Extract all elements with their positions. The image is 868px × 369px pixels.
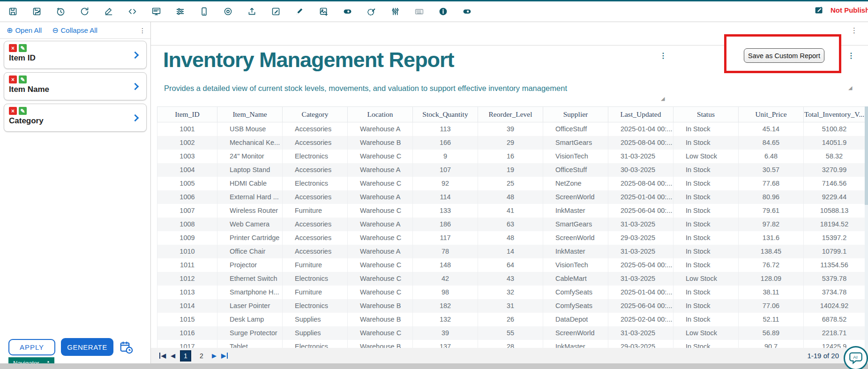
first-page-button[interactable]: ◀ xyxy=(159,353,166,359)
table-row[interactable]: 1013Smartphone H...FurnitureWarehouse C9… xyxy=(157,286,865,299)
table-row[interactable]: 1012Ethernet SwitchElectronicsWarehouse … xyxy=(157,272,865,286)
open-all-button[interactable]: ⊕ Open All xyxy=(7,26,42,35)
table-cell: 148 xyxy=(413,258,478,272)
horizontal-scrollbar[interactable] xyxy=(0,363,868,369)
page-button-2[interactable]: 2 xyxy=(196,350,207,361)
code-icon[interactable] xyxy=(127,7,137,17)
table-cell: Mechanical Ke... xyxy=(217,136,283,150)
field-card-item-id[interactable]: × ✎ Item ID xyxy=(4,41,147,69)
table-row[interactable]: 1015Desk LampSuppliesWarehouse B13226Dat… xyxy=(157,313,865,326)
chart-edit-icon[interactable] xyxy=(366,7,376,17)
table-vertical-scrollbar[interactable] xyxy=(865,106,868,348)
toggle-2-icon[interactable] xyxy=(462,7,472,17)
table-row[interactable]: 1009Printer CartridgeAccessoriesWarehous… xyxy=(157,231,865,245)
delete-field-icon[interactable]: × xyxy=(9,44,17,52)
table-row[interactable]: 1006External Hard ...AccessoriesWarehous… xyxy=(157,190,865,204)
table-cell: Warehouse A xyxy=(348,218,413,231)
generate-button[interactable]: GENERATE xyxy=(61,338,113,356)
table-row[interactable]: 1002Mechanical Ke...AccessoriesWarehouse… xyxy=(157,136,865,150)
dashboard-icon[interactable] xyxy=(151,7,161,17)
delete-field-icon[interactable]: × xyxy=(9,107,17,115)
column-header[interactable]: Category xyxy=(283,107,348,122)
table-cell: 80.96 xyxy=(739,190,804,204)
column-header[interactable]: Last_Updated xyxy=(608,107,673,122)
field-card-category[interactable]: × ✎ Category xyxy=(4,104,147,132)
column-header[interactable]: Item_ID xyxy=(157,107,217,122)
table-cell: Accessories xyxy=(283,190,348,204)
column-header[interactable]: Status xyxy=(673,107,739,122)
previous-page-button[interactable]: ◀ xyxy=(171,353,175,359)
table-cell: In Stock xyxy=(673,204,739,218)
column-header[interactable]: Supplier xyxy=(543,107,608,122)
table-row[interactable]: 1004Laptop StandAccessoriesWarehouse A10… xyxy=(157,163,865,177)
table-cell: 43 xyxy=(478,272,543,286)
column-header[interactable]: Stock_Quantity xyxy=(413,107,478,122)
title-kebab-icon[interactable]: ⋮ xyxy=(659,51,667,60)
table-cell: 1010 xyxy=(157,245,217,258)
target-icon[interactable] xyxy=(223,7,233,17)
keyboard-icon[interactable] xyxy=(414,7,424,17)
mobile-icon[interactable] xyxy=(199,7,209,17)
refresh-icon[interactable] xyxy=(79,7,90,17)
table-row[interactable]: 1001USB MouseAccessoriesWarehouse A11339… xyxy=(157,122,865,136)
collapse-all-button[interactable]: ⊖ Collapse All xyxy=(52,26,97,35)
sidebar-actions: APPLY GENERATE xyxy=(8,338,133,356)
delete-field-icon[interactable]: × xyxy=(9,75,17,83)
edit-icon[interactable] xyxy=(103,7,113,17)
table-cell: Warehouse A xyxy=(348,245,413,258)
column-header[interactable]: Reorder_Level xyxy=(478,107,543,122)
edit-field-icon[interactable]: ✎ xyxy=(19,75,27,83)
table-row[interactable]: 1007Wireless RouterFurnitureWarehouse C1… xyxy=(157,204,865,218)
table-cell: 55 xyxy=(478,326,543,340)
save-icon[interactable] xyxy=(7,7,18,17)
sidebar-kebab-icon[interactable]: ⋮ xyxy=(139,27,146,34)
column-header[interactable]: Unit_Price xyxy=(739,107,804,122)
field-card-item-name[interactable]: × ✎ Item Name xyxy=(4,72,147,100)
filters-icon[interactable] xyxy=(390,7,400,17)
table-row[interactable]: 1011ProjectorFurnitureWarehouse C14864Vi… xyxy=(157,258,865,272)
add-image-icon[interactable] xyxy=(318,7,329,17)
subtitle-resize-handle[interactable]: ◢ xyxy=(661,96,665,102)
scrollbar-thumb[interactable] xyxy=(865,106,868,205)
table-row[interactable]: 1010Office ChairAccessoriesWarehouse A78… xyxy=(157,245,865,258)
table-row[interactable]: 1005HDMI CableElectronicsWarehouse C9225… xyxy=(157,177,865,190)
page-button-1[interactable]: 1 xyxy=(180,350,191,361)
report-subtitle: Provides a detailed view of current stoc… xyxy=(164,84,567,93)
settings-sliders-icon[interactable] xyxy=(175,7,185,17)
save-as-custom-report-button[interactable]: Save as Custom Report xyxy=(744,48,824,63)
table-cell: 3734.78 xyxy=(804,286,865,299)
edit-field-icon[interactable]: ✎ xyxy=(19,44,27,52)
app-window: Not Published ⊕ Open All ⊖ Collapse All … xyxy=(0,0,868,369)
last-page-button[interactable]: ▶ xyxy=(221,353,228,359)
table-cell: 77.68 xyxy=(739,177,804,190)
ai-assistant-button[interactable]: AI xyxy=(844,346,868,369)
table-cell: 38.11 xyxy=(739,286,804,299)
export-icon[interactable] xyxy=(247,7,257,17)
table-row[interactable]: 1014Laser PointerElectronicsWarehouse B1… xyxy=(157,299,865,313)
next-page-button[interactable]: ▶ xyxy=(212,353,217,359)
table-row[interactable]: 1008Web CameraAccessoriesWarehouse A1866… xyxy=(157,218,865,231)
column-header[interactable]: Location xyxy=(348,107,413,122)
panel-resize-handle[interactable]: ◢ xyxy=(848,85,852,91)
strip-kebab-icon[interactable]: ⋮ xyxy=(851,26,858,35)
save-as-icon[interactable] xyxy=(31,7,42,17)
column-header[interactable]: Total_Inventory_V... xyxy=(804,107,865,122)
table-cell: In Stock xyxy=(673,286,739,299)
table-row[interactable]: 1016Surge ProtectorSuppliesWarehouse C39… xyxy=(157,326,865,340)
info-icon[interactable] xyxy=(438,7,448,17)
toggle-icon[interactable] xyxy=(342,7,352,17)
history-icon[interactable] xyxy=(55,7,66,17)
table-cell: Electronics xyxy=(283,150,348,163)
edit-box-icon[interactable] xyxy=(270,7,281,17)
table-cell: 132 xyxy=(413,313,478,326)
save-area-kebab-icon[interactable]: ⋮ xyxy=(847,51,855,60)
publish-icon[interactable] xyxy=(814,5,824,15)
schedule-calendar-icon[interactable] xyxy=(119,340,133,354)
apply-button[interactable]: APPLY xyxy=(8,339,55,355)
table-row[interactable]: 100324" MonitorElectronicsWarehouse C916… xyxy=(157,150,865,163)
pen-icon[interactable] xyxy=(294,7,305,17)
table-cell: Warehouse A xyxy=(348,122,413,136)
table-cell: Electronics xyxy=(283,299,348,313)
edit-field-icon[interactable]: ✎ xyxy=(19,107,27,115)
column-header[interactable]: Item_Name xyxy=(217,107,283,122)
